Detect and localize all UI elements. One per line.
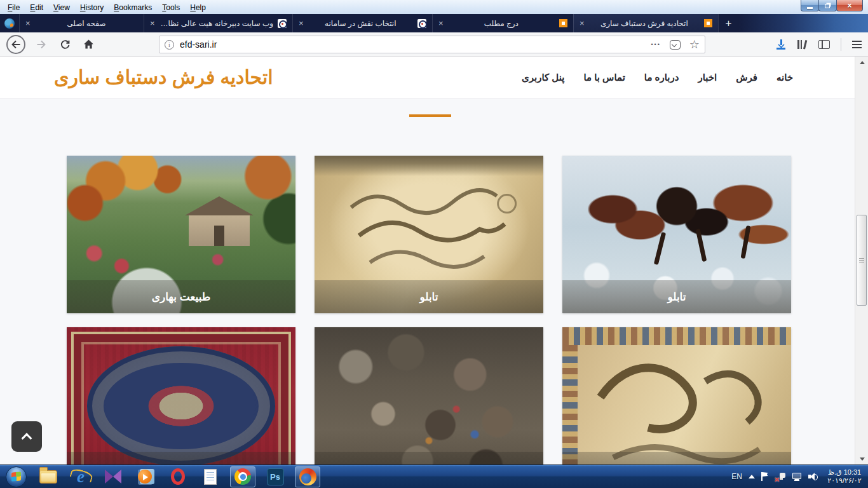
tab-partial[interactable] [0,14,19,32]
navigation-toolbar: efd-sari.ir [0,32,868,57]
menu-help[interactable]: Help [185,1,211,13]
power-plug-error-icon[interactable] [775,472,785,482]
media-player-icon [137,468,154,485]
taskbar-explorer[interactable] [36,466,61,487]
taskbar-photoshop[interactable] [262,466,288,487]
bookmark-star-icon[interactable] [689,39,700,50]
library-bar [797,40,799,49]
cottage-shape [189,214,250,246]
toolbar-right-icons [776,32,862,56]
nav-item-news[interactable]: اخبار [698,72,717,83]
taskbar-notepad[interactable] [198,466,223,487]
menu-history[interactable]: History [75,1,109,13]
site-title: اتحادیه فرش دستباف ساری [54,66,273,88]
scroll-to-top-button[interactable] [11,421,42,452]
tab-insert-post[interactable]: درج مطلب [432,14,573,32]
tab-home-page[interactable]: صفحه اصلی [19,14,144,32]
tab-close-icon[interactable] [438,19,444,27]
taskbar-kmplayer[interactable] [100,466,126,487]
nav-item-carpet[interactable]: فرش [736,72,757,83]
taskbar-media-player[interactable] [133,466,158,487]
new-tab-button[interactable] [718,14,738,32]
calligraphy-strokes [562,327,791,464]
reload-icon [60,39,71,50]
pocket-icon[interactable] [670,40,681,50]
tab-close-icon[interactable] [150,19,155,27]
gallery-card-calligraphy-closeup[interactable] [562,327,791,464]
site-info-icon[interactable] [165,40,174,50]
nav-item-home[interactable]: خانه [776,72,793,83]
tab-supervision-site[interactable]: وب سایت دبیرخانه هیت عالی نظارت [144,14,292,32]
card-caption: طبیعت بهاری [67,280,295,313]
taskbar-internet-explorer[interactable] [68,466,93,487]
tray-clock[interactable]: 10:31 ق.ظ ۲۰۱۹/۲۶/۰۲ [825,468,864,485]
hidden-icons-caret-icon[interactable] [749,475,755,478]
gallery-card-tableau-calligraphy[interactable]: تابلو [315,156,543,313]
taskbar-firefox[interactable] [295,466,320,487]
page-actions-icon[interactable] [651,41,660,48]
gallery-card-tableau-horses[interactable]: تابلو [562,156,791,313]
url-bar[interactable]: efd-sari.ir [159,36,705,53]
taskbar-opera[interactable] [165,466,191,487]
url-text[interactable]: efd-sari.ir [180,39,651,50]
start-button[interactable] [3,466,29,487]
scrollbar-down-button[interactable] [855,453,868,464]
tab-role-select[interactable]: انتخاب نقش در سامانه [292,14,432,32]
firefox-icon [299,468,316,485]
menu-file[interactable]: File [3,1,25,13]
reload-button[interactable] [57,37,72,52]
site-favicon-icon [704,19,712,27]
action-center-flag-icon[interactable] [761,472,769,481]
nav-item-user-panel[interactable]: پنل کاربری [522,72,564,83]
minimize-button[interactable] [801,0,819,11]
home-button[interactable] [81,37,96,52]
nav-item-about[interactable]: درباره ما [644,72,679,83]
taskbar-chrome[interactable] [230,466,255,487]
gallery-card-outdoor-scene[interactable] [315,327,543,464]
restore-button[interactable] [818,0,837,11]
site-favicon-icon [559,19,567,27]
clock-time: 10:31 ق.ظ [825,468,864,477]
menu-tools[interactable]: Tools [157,1,185,13]
windows-start-icon [6,466,27,487]
taskbar-apps [0,466,320,487]
back-button[interactable] [6,35,25,54]
card-caption [315,452,543,464]
horse-leg-shape [696,229,707,262]
menu-view[interactable]: View [48,1,75,13]
tab-title: صفحه اصلی [35,19,138,28]
page-scrollbar[interactable] [855,57,868,464]
menu-hamburger-button[interactable] [852,41,862,48]
network-icon[interactable] [792,473,802,481]
language-indicator[interactable]: EN [731,472,742,481]
tab-title: وب سایت دبیرخانه هیت عالی نظارت [159,19,273,28]
restore-icon [825,4,830,8]
close-button[interactable] [836,0,863,11]
menu-edit[interactable]: Edit [25,1,48,13]
bar [852,41,862,42]
library-button[interactable] [797,39,808,50]
tab-close-icon[interactable] [25,19,31,27]
forward-button[interactable] [34,37,49,52]
card-caption [67,452,295,464]
scrollbar-up-button[interactable] [855,57,868,68]
volume-icon[interactable] [808,472,818,481]
scrollbar-thumb[interactable] [857,215,867,306]
gallery-card-spring-nature[interactable]: طبیعت بهاری [67,156,295,313]
speaker-cone [810,473,815,480]
internet-explorer-icon [72,468,90,485]
tab-close-icon[interactable] [299,19,304,27]
menu-bookmarks[interactable]: Bookmarks [109,1,157,13]
toolbar-separator [841,38,841,51]
tab-close-icon[interactable] [580,19,585,27]
sidebar-button[interactable] [818,40,830,49]
gallery-card-red-carpet[interactable] [67,327,295,464]
play-icon [143,474,148,480]
nav-item-contact[interactable]: تماس با ما [583,72,625,83]
card-caption [562,452,791,464]
horse-leg-shape [741,226,751,259]
downloads-button[interactable] [776,39,786,50]
tab-active-efd-sari[interactable]: اتحادیه فرش دستباف ساری [573,14,718,32]
section-divider [409,114,451,117]
nav-buttons [6,32,96,56]
